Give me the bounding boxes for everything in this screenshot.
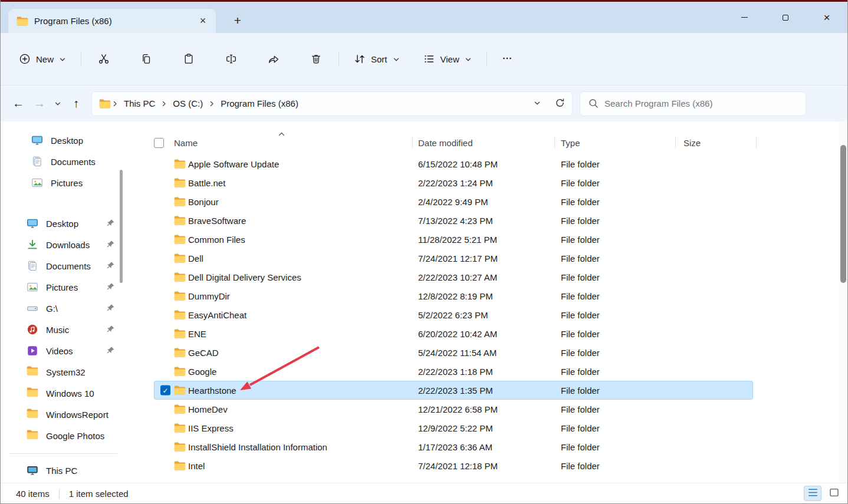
file-row-easyanticheat[interactable]: EasyAntiCheat5/2/2022 6:23 PMFile folder bbox=[154, 305, 753, 324]
search-input[interactable] bbox=[604, 98, 797, 108]
breadcrumb-item-program-files-x86[interactable]: Program Files (x86) bbox=[216, 95, 303, 112]
view-button[interactable]: View bbox=[416, 47, 479, 71]
maximize-button[interactable] bbox=[765, 2, 806, 33]
more-button[interactable] bbox=[494, 47, 520, 71]
sidebar-item-windows-10[interactable]: Windows 10 bbox=[3, 383, 121, 404]
folder-icon bbox=[174, 216, 186, 225]
paste-icon bbox=[183, 53, 195, 65]
breadcrumb-item-this-pc[interactable]: This PC bbox=[119, 95, 160, 112]
file-row-gecad[interactable]: GeCAD5/24/2022 11:54 AMFile folder bbox=[154, 343, 753, 362]
paste-button[interactable] bbox=[176, 47, 202, 71]
file-row-dell[interactable]: Dell7/24/2021 12:17 PMFile folder bbox=[154, 249, 753, 268]
forward-button[interactable]: → bbox=[29, 93, 50, 114]
scrollbar-thumb[interactable] bbox=[840, 145, 846, 283]
column-header-name[interactable]: Name bbox=[174, 138, 198, 148]
sidebar-item-system32[interactable]: System32 bbox=[3, 361, 121, 383]
toolbar-divider bbox=[487, 51, 487, 67]
file-type: File folder bbox=[561, 367, 600, 377]
details-view-button[interactable] bbox=[804, 486, 821, 501]
tab-close-icon[interactable]: × bbox=[195, 13, 211, 29]
delete-button[interactable] bbox=[303, 47, 329, 71]
sidebar-item-downloads[interactable]: Downloads bbox=[3, 234, 121, 255]
sidebar-item-google-photos[interactable]: Google Photos bbox=[3, 425, 121, 446]
sidebar-item-documents[interactable]: Documents bbox=[3, 151, 121, 172]
large-icons-view-button[interactable] bbox=[825, 486, 843, 501]
file-name: BraveSoftware bbox=[188, 216, 246, 226]
back-button[interactable]: ← bbox=[8, 93, 29, 114]
file-row-common-files[interactable]: Common Files11/28/2022 5:21 PMFile folde… bbox=[154, 230, 753, 249]
copy-button[interactable] bbox=[133, 47, 159, 71]
file-row-iis-express[interactable]: IIS Express12/9/2022 5:22 PMFile folder bbox=[154, 419, 753, 437]
sidebar-item-this-pc[interactable]: This PC bbox=[3, 460, 121, 481]
file-row-bonjour[interactable]: Bonjour2/4/2022 9:49 PMFile folder bbox=[154, 192, 753, 211]
folder-icon bbox=[174, 159, 186, 169]
new-tab-button[interactable]: + bbox=[228, 11, 248, 31]
sidebar-divider bbox=[9, 453, 117, 454]
address-dropdown-chevron[interactable] bbox=[528, 95, 546, 113]
sidebar-item-g[interactable]: G:\ bbox=[3, 298, 121, 319]
sidebar-item-pictures[interactable]: Pictures bbox=[3, 276, 121, 298]
file-name: DummyDir bbox=[188, 291, 230, 301]
column-header-date-modified[interactable]: Date modified bbox=[418, 138, 473, 148]
file-date-modified: 12/21/2022 6:58 PM bbox=[418, 404, 498, 414]
sidebar-item-windowsreport[interactable]: WindowsReport bbox=[3, 404, 121, 425]
tab-bar: Program Files (x86) × + × bbox=[1, 2, 847, 33]
cut-button[interactable] bbox=[91, 47, 117, 71]
sidebar-item-label: Downloads bbox=[46, 240, 90, 250]
row-checkbox[interactable]: ✓ bbox=[160, 386, 170, 396]
breadcrumb-item-os-c[interactable]: OS (C:) bbox=[168, 95, 208, 112]
file-row-dell-digital-delivery-services[interactable]: Dell Digital Delivery Services2/22/2023 … bbox=[154, 268, 753, 286]
sidebar-item-label: WindowsReport bbox=[46, 410, 109, 420]
sidebar-item-documents[interactable]: Documents bbox=[3, 255, 121, 276]
pin-icon bbox=[106, 325, 115, 334]
file-row-homedev[interactable]: HomeDev12/21/2022 6:58 PMFile folder bbox=[154, 400, 753, 419]
file-row-intel[interactable]: Intel7/24/2021 12:18 PMFile folder bbox=[154, 456, 753, 475]
search-box[interactable] bbox=[580, 91, 806, 116]
file-name: Dell Digital Delivery Services bbox=[188, 272, 301, 282]
sidebar-item-pictures[interactable]: Pictures bbox=[3, 172, 121, 193]
file-name: ENE bbox=[188, 329, 206, 339]
sidebar-item-desktop[interactable]: Desktop bbox=[3, 213, 121, 234]
new-button[interactable]: New bbox=[11, 47, 74, 71]
folder-icon bbox=[174, 404, 186, 414]
up-button[interactable]: ↑ bbox=[65, 93, 87, 114]
sidebar-item-music[interactable]: Music bbox=[3, 319, 121, 340]
refresh-button[interactable] bbox=[551, 95, 568, 113]
file-type: File folder bbox=[561, 329, 600, 339]
file-row-ene[interactable]: ENE6/20/2022 10:42 AMFile folder bbox=[154, 324, 753, 343]
file-row-bravesoftware[interactable]: BraveSoftware7/13/2022 4:23 PMFile folde… bbox=[154, 211, 753, 230]
pin-icon bbox=[106, 261, 115, 270]
sidebar-item-label: Videos bbox=[46, 346, 73, 356]
file-name: EasyAntiCheat bbox=[188, 310, 246, 320]
sidebar-item-label: G:\ bbox=[46, 304, 58, 314]
sidebar-item-videos[interactable]: Videos bbox=[3, 340, 121, 361]
sort-ascending-indicator bbox=[278, 129, 285, 139]
thispc-icon bbox=[27, 465, 38, 476]
file-row-google[interactable]: Google2/22/2023 1:18 PMFile folder bbox=[154, 362, 753, 381]
sidebar-item-desktop[interactable]: Desktop bbox=[3, 130, 121, 151]
share-button[interactable] bbox=[261, 47, 287, 71]
explorer-tab[interactable]: Program Files (x86) × bbox=[8, 9, 216, 33]
minimize-button[interactable] bbox=[724, 2, 765, 33]
close-button[interactable]: × bbox=[806, 2, 847, 33]
new-label: New bbox=[36, 54, 54, 64]
chevron-right-icon bbox=[160, 100, 167, 107]
folder-icon bbox=[174, 178, 186, 187]
select-all-checkbox[interactable] bbox=[154, 138, 164, 148]
vertical-scrollbar[interactable] bbox=[839, 121, 847, 483]
column-header-size[interactable]: Size bbox=[683, 138, 701, 148]
file-row-installshield-installation-information[interactable]: InstallShield Installation Information1/… bbox=[154, 437, 753, 456]
folder-icon bbox=[27, 409, 38, 420]
recent-locations-chevron[interactable] bbox=[50, 93, 65, 114]
rename-button[interactable] bbox=[218, 47, 244, 71]
file-row-apple-software-update[interactable]: Apple Software Update6/15/2022 10:48 PMF… bbox=[154, 154, 753, 173]
file-row-dummydir[interactable]: DummyDir12/8/2022 8:19 PMFile folder bbox=[154, 286, 753, 305]
sort-button[interactable]: Sort bbox=[346, 47, 407, 71]
music-icon bbox=[27, 324, 38, 335]
column-header-type[interactable]: Type bbox=[561, 138, 580, 148]
sidebar-scrollbar[interactable] bbox=[120, 170, 123, 283]
file-row-battle-net[interactable]: Battle.net2/22/2023 1:24 PMFile folder bbox=[154, 173, 753, 192]
more-icon bbox=[502, 53, 512, 65]
file-row-hearthstone[interactable]: ✓Hearthstone2/22/2023 1:35 PMFile folder bbox=[154, 381, 753, 400]
address-bar[interactable]: This PCOS (C:)Program Files (x86) bbox=[91, 91, 573, 116]
